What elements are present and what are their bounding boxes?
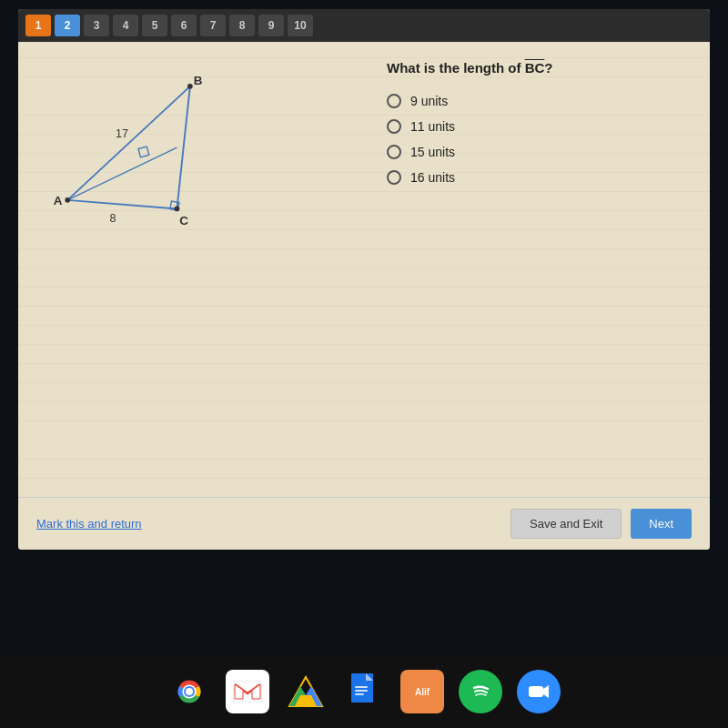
svg-point-9	[187, 84, 193, 89]
svg-line-1	[177, 86, 189, 209]
tab-9[interactable]: 9	[258, 15, 284, 36]
question-prefix: What is the length of	[387, 60, 525, 76]
svg-line-2	[67, 200, 177, 209]
tab-8[interactable]: 8	[229, 15, 255, 36]
docs-icon[interactable]	[342, 670, 386, 713]
option-3[interactable]: 15 units	[387, 145, 692, 159]
tab-1[interactable]: 1	[25, 15, 51, 36]
svg-line-3	[67, 147, 177, 200]
question-suffix: ?	[544, 60, 552, 76]
tabs-bar: 1 2 3 4 5 6 7 8 9 10	[18, 9, 710, 42]
alif-icon[interactable]: alif	[400, 670, 444, 713]
question-panel: What is the length of BC? 9 units 11 uni…	[359, 60, 692, 479]
option-1[interactable]: 9 units	[387, 94, 692, 108]
svg-text:8: 8	[109, 212, 116, 225]
svg-rect-23	[355, 690, 368, 692]
svg-rect-22	[355, 686, 368, 688]
question-text: What is the length of BC?	[387, 60, 692, 76]
svg-rect-24	[355, 693, 364, 695]
option-2[interactable]: 11 units	[387, 119, 692, 134]
tab-5[interactable]: 5	[142, 15, 167, 36]
option-3-label: 15 units	[410, 145, 455, 159]
footer-bar: Mark this and return Save and Exit Next	[18, 497, 710, 550]
svg-point-25	[469, 680, 492, 703]
tab-3[interactable]: 3	[84, 15, 109, 36]
svg-point-16	[186, 688, 193, 695]
radio-2[interactable]	[387, 119, 401, 134]
footer-buttons: Save and Exit Next	[511, 509, 692, 539]
radio-4[interactable]	[387, 170, 401, 185]
save-exit-button[interactable]: Save and Exit	[511, 509, 622, 539]
option-4-label: 16 units	[410, 170, 455, 185]
options-list: 9 units 11 units 15 units 16 units	[387, 94, 692, 185]
content-area: 17 8 A B C What is the length of BC?	[18, 42, 710, 497]
alif-label: alif	[415, 687, 430, 697]
svg-text:A: A	[54, 194, 63, 207]
tab-10[interactable]: 10	[288, 15, 313, 36]
option-4[interactable]: 16 units	[387, 170, 692, 185]
chrome-icon[interactable]	[167, 670, 211, 713]
tab-4[interactable]: 4	[113, 15, 138, 36]
option-1-label: 9 units	[410, 94, 448, 108]
drive-icon[interactable]	[284, 670, 328, 713]
segment-label: BC	[525, 60, 545, 76]
triangle-diagram: 17 8 A B C	[36, 60, 291, 288]
svg-point-10	[175, 207, 180, 212]
zoom-icon[interactable]	[517, 670, 561, 713]
diagram-panel: 17 8 A B C	[36, 60, 341, 479]
option-2-label: 11 units	[410, 119, 455, 134]
radio-3[interactable]	[387, 145, 401, 159]
next-button[interactable]: Next	[631, 509, 692, 539]
spotify-icon[interactable]	[459, 670, 502, 713]
mark-return-link[interactable]: Mark this and return	[36, 517, 142, 531]
tab-7[interactable]: 7	[200, 15, 226, 36]
svg-text:B: B	[194, 74, 203, 87]
gmail-icon[interactable]	[226, 670, 269, 713]
svg-rect-27	[529, 686, 543, 697]
radio-1[interactable]	[387, 94, 401, 108]
svg-line-0	[67, 86, 190, 200]
taskbar: alif	[0, 655, 728, 728]
svg-rect-4	[138, 147, 149, 157]
svg-text:17: 17	[116, 127, 128, 140]
tab-2[interactable]: 2	[55, 15, 80, 36]
svg-point-8	[65, 197, 70, 203]
quiz-container: 1 2 3 4 5 6 7 8 9 10	[18, 9, 710, 550]
tab-6[interactable]: 6	[171, 15, 197, 36]
svg-text:C: C	[179, 214, 188, 228]
